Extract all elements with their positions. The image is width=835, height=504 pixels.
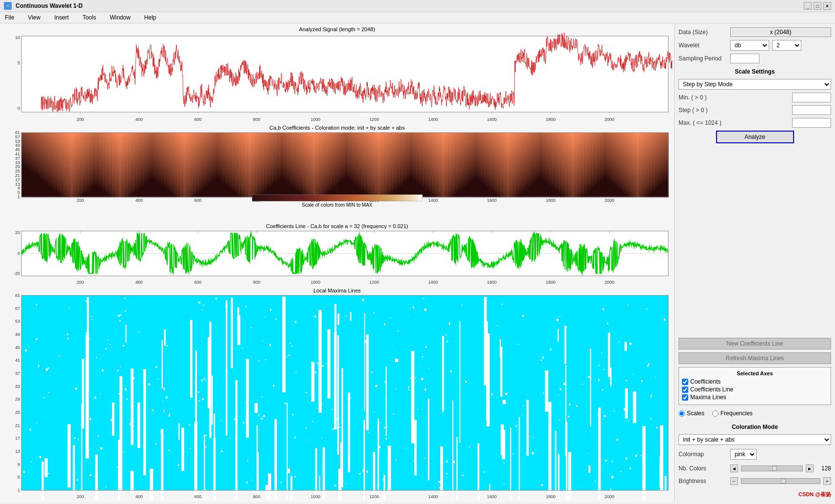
data-row: Data (Size) x (2048): [679, 27, 831, 37]
step-input[interactable]: 1: [792, 105, 831, 115]
coeff-line-chart-panel: Coefficients Line - Ca,b for scale a = 3…: [2, 222, 672, 286]
analyze-button[interactable]: Analyze: [716, 131, 794, 143]
scales-radio-label: Scales: [687, 410, 704, 417]
wavelet-label: Wavelet: [679, 42, 727, 49]
signal-chart-panel: Analyzed Signal (length = 2048): [2, 25, 672, 123]
nb-colors-left-btn[interactable]: ◄: [730, 465, 738, 472]
menu-bar: File View Insert Tools Window Help: [0, 12, 835, 23]
new-coefficients-line-button[interactable]: New Coefficients Line: [679, 338, 831, 349]
color-scale: Scale of colors from MIN to MAX: [252, 194, 423, 208]
step-row: Step ( > 0 ) 1: [679, 105, 831, 115]
brightness-row: Brightness − +: [679, 477, 831, 485]
maxima-lines-checkbox-label: Maxima Lines: [690, 394, 726, 401]
signal-canvas: [2, 25, 672, 123]
step-label: Step ( > 0 ): [679, 107, 727, 114]
coefficients-line-checkbox-label: Coefficients Line: [690, 386, 734, 393]
menu-help[interactable]: Help: [141, 13, 159, 22]
frequencies-radio-option: Frequencies: [712, 410, 753, 417]
colormap-row: Colormap pink jet hsv hot cool gray: [679, 449, 831, 460]
coeff-line-canvas: [2, 222, 672, 286]
max-label: Max. ( <= 1024 ): [679, 119, 727, 126]
maxima-chart-title: Local Maxima Lines: [2, 287, 672, 294]
max-input[interactable]: 64: [792, 118, 831, 128]
coloration-mode-select[interactable]: init + by scale + abs init + by scale in…: [679, 434, 831, 445]
signal-chart-title: Analyzed Signal (length = 2048): [2, 25, 672, 33]
coefficients-line-checkbox-row: Coefficients Line: [682, 386, 828, 393]
menu-view[interactable]: View: [25, 13, 43, 22]
watermark: CSDN @崔扬: [798, 491, 831, 497]
sidebar: Data (Size) x (2048) Wavelet db sym coif…: [674, 23, 835, 502]
wavelet-row: Wavelet db sym coif haar 2 4 8: [679, 40, 831, 51]
main-layout: Analyzed Signal (length = 2048) Ca,b Coe…: [0, 23, 835, 502]
colormap-label: Colormap: [679, 451, 727, 458]
menu-insert[interactable]: Insert: [51, 13, 72, 22]
maxima-lines-checkbox-row: Maxima Lines: [682, 394, 828, 401]
watermark-area: CSDN @崔扬: [679, 491, 831, 498]
scale-freq-radio-row: Scales Frequencies: [679, 410, 831, 417]
selected-axes-title: Selected Axes: [682, 370, 828, 376]
coefficients-checkbox[interactable]: [682, 379, 688, 385]
selected-axes-box: Selected Axes Coefficients Coefficients …: [679, 367, 831, 405]
brightness-slider[interactable]: [741, 478, 820, 484]
coefficients-checkbox-row: Coefficients: [682, 378, 828, 385]
scale-mode-select[interactable]: Step by Step Mode Logarithmic Mode: [679, 79, 831, 90]
coefficients-chart-title: Ca,b Coefficients - Coloration mode: ini…: [2, 124, 672, 132]
window-controls: _ □ ×: [804, 2, 831, 10]
nb-colors-value: 128: [816, 465, 831, 472]
color-scale-label: Scale of colors from MIN to MAX: [302, 202, 372, 208]
title-bar: ~ Continuous Wavelet 1-D _ □ ×: [0, 0, 835, 12]
data-label: Data (Size): [679, 29, 727, 36]
coloration-mode-title: Coloration Mode: [679, 424, 831, 430]
coeff-line-chart-title: Coefficients Line - Ca,b for scale a = 3…: [2, 222, 672, 230]
brightness-decrease-btn[interactable]: −: [730, 477, 738, 485]
maxima-chart-panel: Local Maxima Lines: [2, 287, 672, 500]
maxima-lines-checkbox[interactable]: [682, 394, 688, 401]
coefficients-chart-panel: Ca,b Coefficients - Coloration mode: ini…: [2, 124, 672, 221]
min-label: Min. ( > 0 ): [679, 94, 727, 101]
app-icon: ~: [4, 2, 12, 10]
sampling-period-label: Sampling Period: [679, 55, 727, 62]
sampling-period-input[interactable]: 1: [730, 54, 759, 63]
coefficients-checkbox-label: Coefficients: [690, 378, 720, 385]
nb-colors-right-btn[interactable]: ►: [806, 465, 814, 472]
menu-file[interactable]: File: [2, 13, 17, 22]
scales-radio-option: Scales: [679, 410, 704, 417]
min-row: Min. ( > 0 ) 1: [679, 93, 831, 102]
window-title: Continuous Wavelet 1-D: [16, 2, 83, 9]
minimize-button[interactable]: _: [804, 2, 812, 10]
close-button[interactable]: ×: [823, 2, 831, 10]
frequencies-radio-label: Frequencies: [720, 410, 753, 417]
frequencies-radio[interactable]: [712, 410, 718, 417]
data-value: x (2048): [730, 27, 831, 37]
scales-radio[interactable]: [679, 410, 685, 417]
coefficients-line-checkbox[interactable]: [682, 387, 688, 393]
chart-area: Analyzed Signal (length = 2048) Ca,b Coe…: [0, 23, 674, 502]
brightness-label: Brightness: [679, 478, 727, 485]
brightness-increase-btn[interactable]: +: [823, 477, 831, 485]
nb-colors-row: Nb. Colors ◄ ► 128: [679, 465, 831, 472]
color-scale-canvas: [252, 194, 423, 201]
menu-window[interactable]: Window: [107, 13, 134, 22]
max-row: Max. ( <= 1024 ) 64: [679, 118, 831, 128]
wavelet-type-select[interactable]: db sym coif haar: [730, 40, 769, 51]
nb-colors-label: Nb. Colors: [679, 465, 727, 472]
menu-tools[interactable]: Tools: [79, 13, 99, 22]
maximize-button[interactable]: □: [814, 2, 821, 10]
refresh-maxima-lines-button[interactable]: Refresh Maxima Lines: [679, 352, 831, 364]
scale-settings-title: Scale Settings: [679, 68, 831, 75]
wavelet-order-select[interactable]: 2 4 8: [772, 40, 801, 51]
colormap-select[interactable]: pink jet hsv hot cool gray: [730, 449, 757, 460]
sampling-period-row: Sampling Period 1: [679, 54, 831, 63]
maxima-canvas: [2, 287, 672, 500]
nb-colors-slider[interactable]: [741, 465, 803, 471]
analyze-btn-container: Analyze: [679, 131, 831, 143]
min-input[interactable]: 1: [792, 93, 831, 102]
